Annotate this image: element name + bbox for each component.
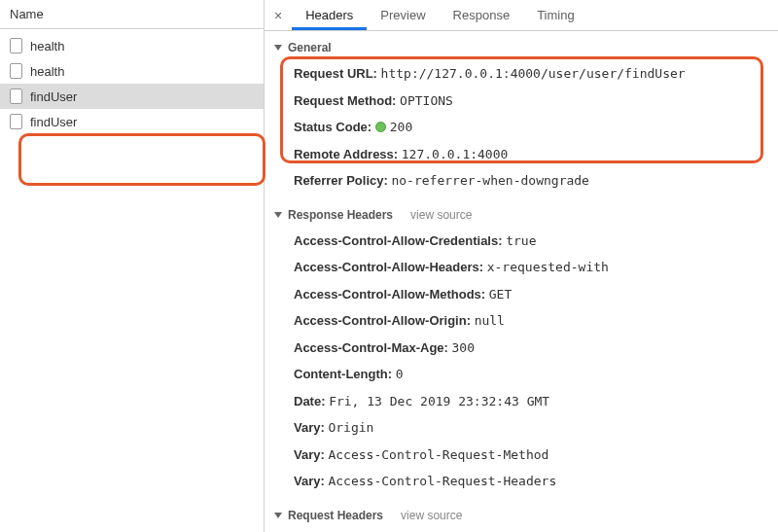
kv-key: Request URL: bbox=[294, 66, 377, 81]
status-dot-icon bbox=[375, 122, 386, 132]
request-item-label: findUser bbox=[30, 89, 77, 104]
kv-row: Vary: Access-Control-Request-Method bbox=[265, 442, 778, 469]
section-label: Request Headers bbox=[288, 509, 383, 522]
kv-key: Access-Control-Allow-Origin: bbox=[294, 313, 471, 328]
details-pane: × Headers Preview Response Timing Genera… bbox=[265, 0, 778, 532]
section-request-title[interactable]: Request Headers view source bbox=[265, 503, 778, 526]
kv-row: Content-Length: 0 bbox=[265, 361, 778, 388]
section-response-title[interactable]: Response Headers view source bbox=[265, 202, 778, 226]
kv-row: Access-Control-Allow-Origin: null bbox=[265, 307, 778, 335]
request-item-label: health bbox=[30, 64, 64, 79]
kv-accept: Accept: */* bbox=[265, 528, 778, 533]
kv-key: Request Method: bbox=[294, 93, 396, 108]
request-item-finduser[interactable]: findUser bbox=[0, 84, 264, 109]
tab-timing[interactable]: Timing bbox=[523, 0, 588, 30]
kv-key: Vary: bbox=[294, 447, 325, 462]
tab-response[interactable]: Response bbox=[440, 0, 524, 30]
kv-status-code: Status Code: 200 bbox=[265, 114, 778, 141]
status-code-text: 200 bbox=[390, 120, 412, 134]
kv-key: Access-Control-Allow-Methods: bbox=[294, 287, 485, 301]
kv-val: OPTIONS bbox=[400, 93, 453, 108]
kv-val: true bbox=[506, 233, 536, 248]
kv-key: Content-Length: bbox=[294, 367, 392, 381]
kv-row: Access-Control-Allow-Methods: GET bbox=[265, 281, 778, 308]
section-request-body: Accept: */* bbox=[265, 526, 778, 533]
request-list: health health findUser findUser bbox=[0, 29, 264, 134]
kv-key: Access-Control-Allow-Headers: bbox=[294, 260, 483, 274]
request-list-pane: Name health health findUser findUser bbox=[0, 0, 265, 532]
view-source-link[interactable]: view source bbox=[410, 208, 472, 222]
kv-val: 300 bbox=[452, 340, 475, 355]
kv-key: Status Code: bbox=[294, 120, 371, 134]
kv-key: Remote Address: bbox=[294, 147, 398, 161]
kv-key: Access-Control-Max-Age: bbox=[294, 340, 448, 355]
kv-val: GET bbox=[489, 287, 512, 301]
collapse-icon bbox=[274, 45, 282, 51]
request-item-label: findUser bbox=[30, 115, 77, 129]
section-general-body: Request URL: http://127.0.0.1:4000/user/… bbox=[265, 58, 778, 202]
kv-key: Referrer Policy: bbox=[294, 173, 388, 188]
request-item-health[interactable]: health bbox=[0, 58, 264, 84]
kv-val: no-referrer-when-downgrade bbox=[391, 173, 589, 188]
kv-val: x-requested-with bbox=[487, 260, 609, 274]
section-label: Response Headers bbox=[288, 208, 393, 222]
document-icon bbox=[10, 63, 22, 79]
tab-preview[interactable]: Preview bbox=[367, 0, 439, 30]
section-response-body: Access-Control-Allow-Credentials: true A… bbox=[265, 226, 778, 503]
collapse-icon bbox=[274, 212, 282, 218]
kv-row: Access-Control-Allow-Credentials: true bbox=[265, 228, 778, 255]
section-label: General bbox=[288, 41, 332, 54]
kv-row: Date: Fri, 13 Dec 2019 23:32:43 GMT bbox=[265, 388, 778, 415]
tab-headers[interactable]: Headers bbox=[292, 0, 367, 30]
document-icon bbox=[10, 38, 22, 53]
view-source-link[interactable]: view source bbox=[401, 509, 462, 522]
kv-val: Fri, 13 Dec 2019 23:32:43 GMT bbox=[329, 394, 549, 408]
kv-val: null bbox=[475, 313, 505, 328]
request-item-health[interactable]: health bbox=[0, 33, 264, 58]
kv-key: Access-Control-Allow-Credentials: bbox=[294, 233, 503, 248]
kv-val: Access-Control-Request-Method bbox=[328, 447, 548, 462]
kv-row: Access-Control-Allow-Headers: x-requeste… bbox=[265, 254, 778, 281]
kv-val: Access-Control-Request-Headers bbox=[328, 474, 556, 488]
kv-val: Origin bbox=[328, 420, 373, 435]
kv-val: http://127.0.0.1:4000/user/user/findUser bbox=[381, 66, 686, 81]
kv-remote-address: Remote Address: 127.0.0.1:4000 bbox=[265, 141, 778, 168]
kv-request-url: Request URL: http://127.0.0.1:4000/user/… bbox=[265, 60, 778, 88]
request-item-finduser[interactable]: findUser bbox=[0, 109, 264, 134]
document-icon bbox=[10, 114, 22, 129]
close-icon[interactable]: × bbox=[270, 2, 292, 29]
collapse-icon bbox=[274, 513, 282, 518]
kv-row: Access-Control-Max-Age: 300 bbox=[265, 335, 778, 362]
kv-referrer-policy: Referrer Policy: no-referrer-when-downgr… bbox=[265, 167, 778, 195]
kv-key: Vary: bbox=[294, 474, 325, 488]
detail-tabs: × Headers Preview Response Timing bbox=[265, 0, 778, 31]
kv-row: Vary: Origin bbox=[265, 414, 778, 442]
section-general-title[interactable]: General bbox=[265, 35, 778, 58]
kv-request-method: Request Method: OPTIONS bbox=[265, 88, 778, 115]
kv-key: Vary: bbox=[294, 420, 325, 435]
kv-val: 0 bbox=[396, 367, 404, 381]
document-icon bbox=[10, 89, 22, 104]
kv-val: 127.0.0.1:4000 bbox=[402, 147, 509, 161]
name-column-header: Name bbox=[0, 0, 264, 29]
request-item-label: health bbox=[30, 39, 64, 53]
kv-row: Vary: Access-Control-Request-Headers bbox=[265, 468, 778, 495]
headers-view: General Request URL: http://127.0.0.1:40… bbox=[265, 31, 778, 532]
kv-val: 200 bbox=[375, 120, 412, 134]
kv-key: Date: bbox=[294, 394, 326, 408]
